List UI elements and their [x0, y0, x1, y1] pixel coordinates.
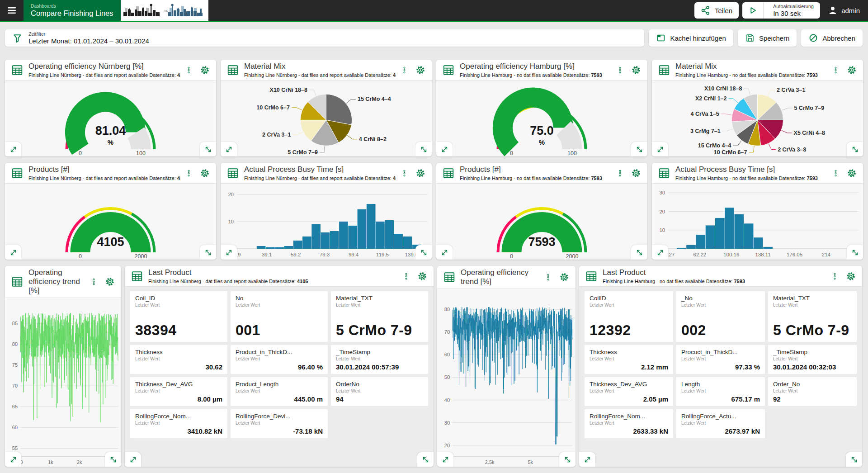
last-product-cell: Material_TXTLetzter Wert5 CrMo 7-9	[331, 291, 428, 342]
histogram-chart: 010203024.2762.22100.16138.11176.0521425…	[652, 184, 863, 260]
tile-subtitle: Finishing Line Hamburg - no dat files av…	[460, 175, 612, 181]
resize-icon	[636, 249, 643, 256]
time-filter[interactable]: Zeitfilter Letzter Monat: 01.01.2024 – 3…	[5, 29, 644, 47]
table-icon	[11, 276, 23, 288]
kebab-menu-icon[interactable]	[616, 65, 624, 75]
autorefresh-title: Autoaktualisierung	[773, 4, 814, 9]
field-subtitle: Letzter Wert	[336, 356, 423, 361]
dashboard-title-tile[interactable]: Dashboards Compare Finishing Lines	[24, 0, 121, 21]
svg-text:10: 10	[660, 227, 665, 233]
kebab-menu-icon[interactable]	[544, 272, 552, 282]
kebab-menu-icon[interactable]	[185, 65, 193, 75]
svg-text:10 CrMo 6–7: 10 CrMo 6–7	[714, 149, 747, 156]
svg-text:100: 100	[136, 150, 146, 156]
hamburger-menu-button[interactable]	[0, 0, 24, 21]
settings-gear-icon[interactable]	[200, 168, 210, 178]
expand-button[interactable]	[5, 142, 21, 156]
expand-icon	[584, 456, 591, 464]
kebab-menu-icon[interactable]	[832, 65, 840, 75]
field-label: CoilID	[590, 295, 668, 302]
resize-button[interactable]	[631, 142, 647, 156]
settings-gear-icon[interactable]	[415, 168, 425, 178]
svg-text:60: 60	[12, 425, 18, 430]
settings-gear-icon[interactable]	[105, 277, 115, 287]
expand-button[interactable]	[5, 245, 21, 260]
resize-button[interactable]	[631, 245, 647, 260]
resize-button[interactable]	[846, 452, 862, 467]
field-subtitle: Letzter Wert	[236, 303, 323, 307]
settings-gear-icon[interactable]	[200, 65, 210, 75]
svg-text:39.1: 39.1	[262, 252, 272, 257]
kebab-menu-icon[interactable]	[832, 168, 840, 178]
settings-gear-icon[interactable]	[417, 271, 427, 281]
kebab-menu-icon[interactable]	[616, 168, 624, 178]
expand-button[interactable]	[652, 245, 668, 260]
svg-text:65: 65	[12, 404, 18, 409]
expand-button[interactable]	[579, 452, 595, 467]
resize-button[interactable]	[417, 452, 434, 467]
settings-gear-icon[interactable]	[559, 272, 569, 282]
settings-gear-icon[interactable]	[846, 271, 856, 281]
filter-row: Zeitfilter Letzter Monat: 01.01.2024 – 3…	[5, 29, 863, 47]
field-value: 30.01.2024 00:57:39	[336, 363, 423, 371]
resize-button[interactable]	[105, 452, 121, 467]
save-button[interactable]: Speichern	[738, 29, 797, 47]
field-subtitle: Letzter Wert	[681, 356, 760, 361]
expand-button[interactable]	[221, 142, 237, 156]
resize-button[interactable]	[847, 245, 863, 260]
last-product-cell: RollingForce_Nom...Letzter Wert3410.82 k…	[130, 409, 227, 438]
settings-gear-icon[interactable]	[415, 65, 425, 75]
field-subtitle: Letzter Wert	[681, 388, 760, 393]
expand-button[interactable]	[437, 452, 453, 467]
add-tile-button[interactable]: Kachel hinzufügen	[649, 29, 733, 47]
field-value: 38394	[135, 322, 222, 339]
autorefresh-button[interactable]: Autoaktualisierung In 30 sek	[742, 2, 820, 19]
table-icon	[11, 64, 23, 76]
kebab-menu-icon[interactable]	[185, 168, 193, 178]
resize-button[interactable]	[200, 142, 216, 156]
expand-icon	[9, 146, 17, 153]
field-subtitle: Letzter Wert	[236, 421, 323, 426]
svg-text:4105: 4105	[97, 235, 124, 249]
vs-label: vs	[164, 9, 168, 13]
kebab-menu-icon[interactable]	[401, 168, 408, 178]
svg-text:80: 80	[444, 307, 450, 312]
last-product-cell: RollingForce_Devi...Letzter Wert-73.18 k…	[231, 409, 328, 438]
expand-button[interactable]	[5, 452, 21, 467]
field-subtitle: Letzter Wert	[336, 388, 423, 393]
field-label: Length	[681, 381, 760, 388]
settings-gear-icon[interactable]	[847, 168, 857, 178]
resize-button[interactable]	[200, 245, 216, 260]
resize-button[interactable]	[847, 142, 863, 156]
resize-button[interactable]	[415, 142, 432, 156]
field-label: RollingForce_Actu...	[681, 413, 760, 420]
settings-gear-icon[interactable]	[631, 65, 641, 75]
kebab-menu-icon[interactable]	[831, 271, 839, 281]
kebab-menu-icon[interactable]	[402, 271, 410, 281]
expand-button[interactable]	[436, 245, 453, 260]
field-value: 2.12 mm	[590, 363, 668, 371]
expand-button[interactable]	[652, 142, 668, 156]
user-menu[interactable]: admin	[822, 0, 868, 21]
kebab-menu-icon[interactable]	[90, 277, 98, 287]
settings-gear-icon[interactable]	[847, 65, 857, 75]
share-button[interactable]: Teilen	[694, 2, 739, 19]
tile-busy-time-hamburg: Actual Process Busy Time [s] Finishing L…	[652, 163, 863, 260]
expand-icon	[9, 456, 17, 464]
expand-button[interactable]	[436, 142, 453, 156]
expand-button[interactable]	[125, 452, 141, 467]
svg-text:4 CrNi 8–2: 4 CrNi 8–2	[359, 136, 387, 142]
field-label: Material_TXT	[336, 295, 423, 302]
resize-button[interactable]	[559, 452, 576, 467]
cancel-button[interactable]: Abbrechen	[801, 29, 863, 47]
tile-products-nuernberg: Products [#] Finishing Line Nürnberg - d…	[5, 163, 216, 260]
svg-text:20: 20	[660, 209, 665, 214]
tile-body: 010203024.2762.22100.16138.11176.0521425…	[652, 184, 863, 260]
tile-body: 81.04%0100	[5, 80, 216, 156]
field-label: Product_in_ThickD...	[236, 349, 323, 355]
svg-text:70: 70	[444, 329, 450, 335]
resize-button[interactable]	[415, 245, 432, 260]
kebab-menu-icon[interactable]	[401, 65, 408, 75]
settings-gear-icon[interactable]	[631, 168, 641, 178]
expand-button[interactable]	[221, 245, 237, 260]
